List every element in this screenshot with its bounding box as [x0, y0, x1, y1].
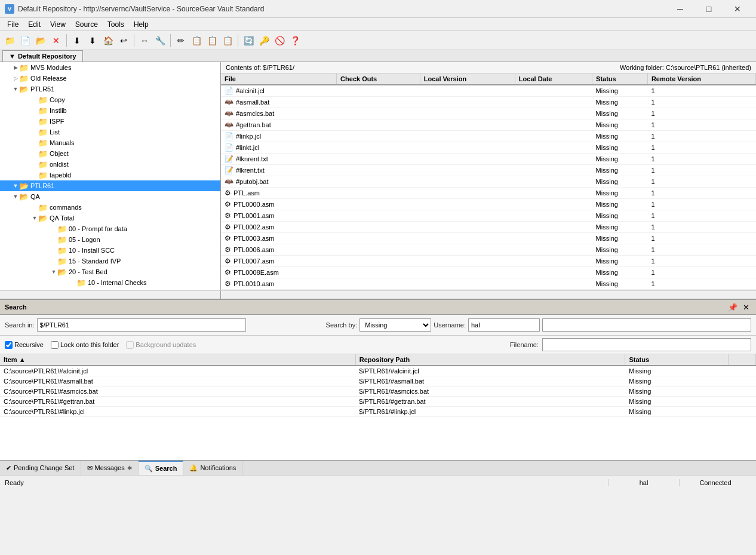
lock-label[interactable]: Lock onto this folder — [51, 341, 119, 349]
tree-item-manuals[interactable]: 📁 Manuals — [0, 137, 220, 148]
tree-item-ispf[interactable]: 📁 ISPF — [0, 116, 220, 127]
list-item[interactable]: C:\source\PTLR61\#gettran.bat $/PTLR61/#… — [0, 397, 756, 407]
panel-close-button[interactable]: ✕ — [740, 302, 751, 312]
tree-item-onldist[interactable]: 📁 onldist — [0, 159, 220, 170]
toolbar-stop[interactable]: 🚫 — [272, 33, 287, 48]
table-row[interactable]: 📄#alcinit.jcl Missing 1 — [221, 85, 756, 97]
list-item[interactable]: C:\source\PTLR61\#linkp.jcl $/PTLR61/#li… — [0, 407, 756, 417]
table-row[interactable]: 🦇#putobj.bat Missing 1 — [221, 176, 756, 188]
tab-notifications[interactable]: 🔔 Notifications — [183, 461, 242, 475]
tree-item-qa05[interactable]: 📁 05 - Logon — [0, 234, 220, 245]
toolbar-getlatest[interactable]: ⬇ — [70, 33, 84, 48]
tree-expand-ptlr61[interactable]: ▼ — [12, 182, 19, 189]
toolbar-branch[interactable]: 🔧 — [153, 33, 167, 48]
result-col-status[interactable]: Status — [625, 354, 729, 366]
list-item[interactable]: C:\source\PTLR61\#asmall.bat $/PTLR61/#a… — [0, 376, 756, 387]
search-in-input[interactable] — [37, 318, 246, 332]
filename-input[interactable] — [542, 338, 751, 351]
list-item[interactable]: C:\source\PTLR61\#alcinit.jcl $/PTLR61/#… — [0, 366, 756, 376]
col-file[interactable]: File — [221, 73, 337, 85]
username-input2[interactable] — [542, 318, 751, 332]
tree-item-ptlr51[interactable]: ▼ 📂 PTLR51 — [0, 84, 220, 94]
tab-search[interactable]: 🔍 Search — [139, 461, 184, 475]
table-row[interactable]: 🦇#gettran.bat Missing 1 — [221, 119, 756, 131]
result-col-item[interactable]: Item ▲ — [0, 354, 355, 366]
tree-scroll-area[interactable]: ▶ 📁 MVS Modules ▷ 📁 Old Release ▼ 📂 PTLR… — [0, 62, 220, 290]
col-localdate[interactable]: Local Date — [515, 73, 592, 85]
col-remotever[interactable]: Remote Version — [647, 73, 755, 85]
list-item[interactable]: C:\source\PTLR61\#asmcics.bat $/PTLR61/#… — [0, 387, 756, 397]
table-row[interactable]: ⚙PTL0007.asm Missing 1 — [221, 256, 756, 267]
tree-item-tapebld[interactable]: 📁 tapebld — [0, 170, 220, 180]
tree-item-commands[interactable]: 📁 commands — [0, 202, 220, 213]
tree-item-qa20int[interactable]: 📁 10 - Internal Checks — [0, 277, 220, 288]
toolbar-checkin[interactable]: 📋 — [189, 33, 204, 48]
toolbar-label[interactable]: 🔑 — [257, 33, 271, 48]
tree-item-qatotal[interactable]: ▼ 📂 QA Total — [0, 213, 220, 223]
maximize-button[interactable]: □ — [695, 0, 723, 18]
table-row[interactable]: 📝#lknrent.txt Missing 1 — [221, 154, 756, 165]
col-localver[interactable]: Local Version — [420, 73, 515, 85]
table-row[interactable]: 🦇#asmcics.bat Missing 1 — [221, 108, 756, 119]
result-col-path[interactable]: Repository Path — [355, 354, 625, 366]
menu-file[interactable]: File — [2, 18, 23, 31]
tree-item-mvs[interactable]: ▶ 📁 MVS Modules — [0, 62, 220, 73]
tab-pending[interactable]: ✔ Pending Change Set — [0, 461, 81, 475]
file-table[interactable]: File Check Outs Local Version Local Date… — [221, 73, 756, 290]
menu-tools[interactable]: Tools — [103, 18, 129, 31]
toolbar-home[interactable]: 🏠 — [101, 33, 115, 48]
tab-default-repository[interactable]: ▼ Default Repository — [2, 50, 83, 62]
table-row[interactable]: ⚙PTL0006.asm Missing 1 — [221, 244, 756, 256]
table-row[interactable]: ⚙PTL0003.asm Missing 1 — [221, 233, 756, 244]
table-row[interactable]: ⚙PTL0010.asm Missing 1 — [221, 278, 756, 290]
table-row[interactable]: ⚙PTL0008E.asm Missing 1 — [221, 267, 756, 278]
toolbar-open[interactable]: 📂 — [33, 33, 48, 48]
toolbar-delete[interactable]: ✕ — [49, 33, 63, 48]
table-row[interactable]: ⚙PTL.asm Missing 1 — [221, 188, 756, 199]
table-row[interactable]: 🦇#asmall.bat Missing 1 — [221, 97, 756, 108]
toolbar-refresh[interactable]: 🔄 — [241, 33, 256, 48]
tree-item-list[interactable]: 📁 List — [0, 127, 220, 137]
minimize-button[interactable]: ─ — [666, 0, 694, 18]
menu-view[interactable]: View — [45, 18, 70, 31]
panel-pin-button[interactable]: 📌 — [727, 302, 738, 312]
tab-messages[interactable]: ✉ Messages ✱ — [81, 461, 139, 475]
table-row[interactable]: 📄#linkp.jcl Missing 1 — [221, 131, 756, 142]
lock-checkbox[interactable] — [51, 341, 59, 349]
tree-item-qa10[interactable]: 📁 10 - Install SCC — [0, 245, 220, 256]
tree-expand-qatotal[interactable]: ▼ — [31, 214, 38, 222]
tree-item-qa20[interactable]: ▼ 📂 20 - Test Bed — [0, 266, 220, 277]
background-checkbox[interactable] — [126, 341, 134, 349]
tree-expand-ptlr51[interactable]: ▼ — [12, 85, 19, 93]
table-row[interactable]: 📄#linkt.jcl Missing 1 — [221, 142, 756, 154]
toolbar-new[interactable]: 📁 — [2, 33, 17, 48]
tree-item-ptlr61[interactable]: ▼ 📂 PTLR61 — [0, 180, 220, 191]
tree-item-qa20ivp[interactable]: 📁 20 - IVP SMS — [0, 288, 220, 290]
search-results[interactable]: Item ▲ Repository Path Status C:\source\… — [0, 354, 756, 460]
toolbar-help[interactable]: ❓ — [288, 33, 302, 48]
table-row[interactable]: ⚙PTL0002.asm Missing 1 — [221, 222, 756, 233]
menu-edit[interactable]: Edit — [23, 18, 45, 31]
toolbar-checkout[interactable]: ✏ — [174, 33, 188, 48]
col-status[interactable]: Status — [592, 73, 648, 85]
toolbar-share[interactable]: 📋 — [220, 33, 235, 48]
toolbar-back[interactable]: ↩ — [116, 33, 131, 48]
recursive-label[interactable]: Recursive — [5, 341, 44, 349]
tree-expand-old[interactable]: ▷ — [12, 75, 19, 82]
toolbar-undocheckout[interactable]: 📋 — [205, 33, 219, 48]
toolbar-getworking[interactable]: ⬇ — [85, 33, 100, 48]
col-checkouts[interactable]: Check Outs — [337, 73, 420, 85]
toolbar-add[interactable]: 📄 — [18, 33, 32, 48]
tree-item-object[interactable]: 📁 Object — [0, 148, 220, 159]
username-input[interactable] — [468, 318, 540, 332]
tree-item-copy[interactable]: 📁 Copy — [0, 94, 220, 105]
table-row[interactable]: ⚙PTL0011.asm Missing 1 — [221, 290, 756, 291]
tree-item-qa[interactable]: ▼ 📂 QA — [0, 191, 220, 202]
tree-expand-qa20[interactable]: ▼ — [50, 268, 57, 275]
table-row[interactable]: 📝#lkrent.txt Missing 1 — [221, 165, 756, 176]
tree-item-qa00[interactable]: 📁 00 - Prompt for data — [0, 223, 220, 234]
toolbar-diff[interactable]: ↔ — [137, 33, 152, 48]
tree-item-old[interactable]: ▷ 📁 Old Release — [0, 73, 220, 84]
tree-expand-mvs[interactable]: ▶ — [12, 64, 19, 71]
menu-help[interactable]: Help — [129, 18, 153, 31]
